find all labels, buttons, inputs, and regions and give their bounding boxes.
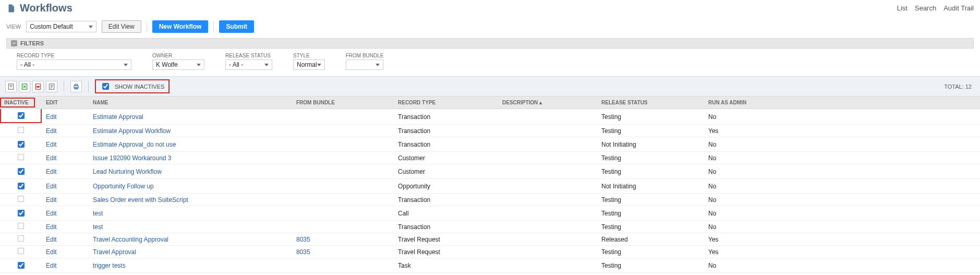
edit-link[interactable]: Edit xyxy=(46,127,57,135)
edit-link[interactable]: Edit xyxy=(46,236,57,243)
edit-link[interactable]: Edit xyxy=(46,141,57,148)
record-type-cell: Customer xyxy=(394,164,498,179)
inactive-checkbox[interactable] xyxy=(18,248,24,254)
view-select[interactable]: Custom Default xyxy=(26,21,96,32)
inactive-checkbox[interactable] xyxy=(18,183,25,189)
filter-release-status-value: - All - xyxy=(229,61,243,68)
inactive-checkbox[interactable] xyxy=(18,196,24,202)
document-icon xyxy=(6,3,16,14)
bundle-cell[interactable]: 8035 xyxy=(296,248,310,256)
export-doc-icon[interactable] xyxy=(46,81,57,92)
workflow-name-link[interactable]: Sales Order event with SuiteScript xyxy=(93,196,188,204)
inactive-checkbox[interactable] xyxy=(18,210,25,217)
record-type-cell: Customer xyxy=(394,152,498,164)
chevron-down-icon xyxy=(89,26,93,28)
inactive-checkbox[interactable] xyxy=(18,154,24,160)
col-record-type[interactable]: RECORD TYPE xyxy=(394,97,498,109)
filter-label-release-status: RELEASE STATUS xyxy=(225,53,272,58)
show-inactives-checkbox[interactable] xyxy=(102,83,109,90)
edit-link[interactable]: Edit xyxy=(46,223,57,231)
workflow-name-link[interactable]: Lead Nurturing Workflow xyxy=(93,168,162,175)
workflow-name-link[interactable]: trigger tests xyxy=(93,262,126,269)
description-cell xyxy=(498,152,597,164)
release-status-cell: Testing xyxy=(597,221,704,233)
workflow-name-link[interactable]: test xyxy=(93,210,103,217)
col-inactive[interactable]: INACTIVE xyxy=(0,97,42,109)
filter-release-status[interactable]: - All - xyxy=(225,59,272,70)
release-status-cell: Not Initiating xyxy=(597,179,704,194)
edit-link[interactable]: Edit xyxy=(46,262,57,269)
edit-link[interactable]: Edit xyxy=(46,183,57,190)
run-as-admin-cell: No xyxy=(704,206,980,221)
col-inactive-label: INACTIVE xyxy=(0,98,35,107)
release-status-cell: Testing xyxy=(597,152,704,164)
workflow-name-link[interactable]: Estimate Approval xyxy=(93,113,143,121)
workflow-name-link[interactable]: Opportunity Follow up xyxy=(93,183,154,190)
workflow-name-link[interactable]: Estimate Approval Workflow xyxy=(93,127,171,135)
link-list[interactable]: List xyxy=(897,4,908,12)
workflow-name-link[interactable]: Travel Approval xyxy=(93,248,136,256)
inactive-checkbox[interactable] xyxy=(18,223,24,229)
total-value: 12 xyxy=(965,83,972,90)
edit-link[interactable]: Edit xyxy=(46,210,57,217)
inactive-checkbox[interactable] xyxy=(18,235,24,242)
page-header: Workflows List Search Audit Trail xyxy=(0,0,980,14)
filter-owner-value: K Wolfe xyxy=(156,61,178,68)
col-edit[interactable]: EDIT xyxy=(42,97,89,109)
edit-link[interactable]: Edit xyxy=(46,168,57,175)
divider xyxy=(213,21,214,32)
release-status-cell: Testing xyxy=(597,258,704,273)
filter-from-bundle[interactable] xyxy=(346,59,384,70)
edit-link[interactable]: Edit xyxy=(46,154,57,162)
filters-heading: FILTERS xyxy=(20,40,44,46)
edit-link[interactable]: Edit xyxy=(46,113,57,121)
description-cell xyxy=(498,125,597,137)
print-icon[interactable] xyxy=(70,81,82,92)
inactive-checkbox[interactable] xyxy=(18,112,25,119)
export-pdf-icon[interactable] xyxy=(32,81,44,92)
edit-view-button[interactable]: Edit View xyxy=(102,20,141,33)
run-as-admin-cell: Yes xyxy=(704,125,980,137)
col-name[interactable]: NAME xyxy=(89,97,292,109)
link-audit-trail[interactable]: Audit Trail xyxy=(943,4,974,12)
description-cell xyxy=(498,179,597,194)
export-excel-icon[interactable] xyxy=(19,81,30,92)
run-as-admin-cell: No xyxy=(704,164,980,179)
run-as-admin-cell: No xyxy=(704,152,980,164)
filters-header[interactable]: – FILTERS xyxy=(6,38,974,49)
table-row: EditSales Order event with SuiteScriptTr… xyxy=(0,194,980,206)
table-header-row: INACTIVE EDIT NAME FROM BUNDLE RECORD TY… xyxy=(0,97,980,109)
record-type-cell: Transaction xyxy=(394,137,498,152)
show-inactives-toggle[interactable]: SHOW INACTIVES xyxy=(95,79,170,93)
run-as-admin-cell: Yes xyxy=(704,233,980,246)
workflow-name-link[interactable]: Travel Accounting Approval xyxy=(93,236,168,243)
workflow-name-link[interactable]: test xyxy=(93,223,103,231)
record-type-cell: Travel Request xyxy=(394,246,498,258)
workflow-name-link[interactable]: Estimate Approval_do not use xyxy=(93,141,176,148)
new-workflow-button[interactable]: New Workflow xyxy=(152,20,209,33)
filter-style[interactable]: Normal xyxy=(293,59,325,70)
inactive-checkbox[interactable] xyxy=(18,127,24,133)
edit-link[interactable]: Edit xyxy=(46,248,57,256)
release-status-cell: Testing xyxy=(597,109,704,125)
col-run-as-admin[interactable]: RUN AS ADMIN xyxy=(704,97,980,109)
filter-record-type[interactable]: - All - xyxy=(17,59,131,70)
submit-button[interactable]: Submit xyxy=(219,20,254,33)
run-as-admin-cell: No xyxy=(704,137,980,152)
inactive-checkbox[interactable] xyxy=(18,141,25,148)
edit-link[interactable]: Edit xyxy=(46,196,57,204)
filter-owner[interactable]: K Wolfe xyxy=(152,59,204,70)
bundle-cell[interactable]: 8035 xyxy=(296,236,310,243)
description-cell xyxy=(498,109,597,125)
workflow-name-link[interactable]: Issue 192090 Workaround 3 xyxy=(93,154,172,162)
inactive-checkbox[interactable] xyxy=(18,168,25,175)
link-search[interactable]: Search xyxy=(915,4,936,12)
col-from-bundle[interactable]: FROM BUNDLE xyxy=(292,97,394,109)
collapse-icon[interactable]: – xyxy=(11,40,17,46)
col-description[interactable]: DESCRIPTION ▴ xyxy=(498,97,597,109)
run-as-admin-cell: No xyxy=(704,194,980,206)
filters-body: RECORD TYPE - All - OWNER K Wolfe RELEAS… xyxy=(6,49,974,76)
col-release-status[interactable]: RELEASE STATUS xyxy=(597,97,704,109)
export-csv-icon[interactable] xyxy=(5,81,17,92)
inactive-checkbox[interactable] xyxy=(18,262,25,269)
